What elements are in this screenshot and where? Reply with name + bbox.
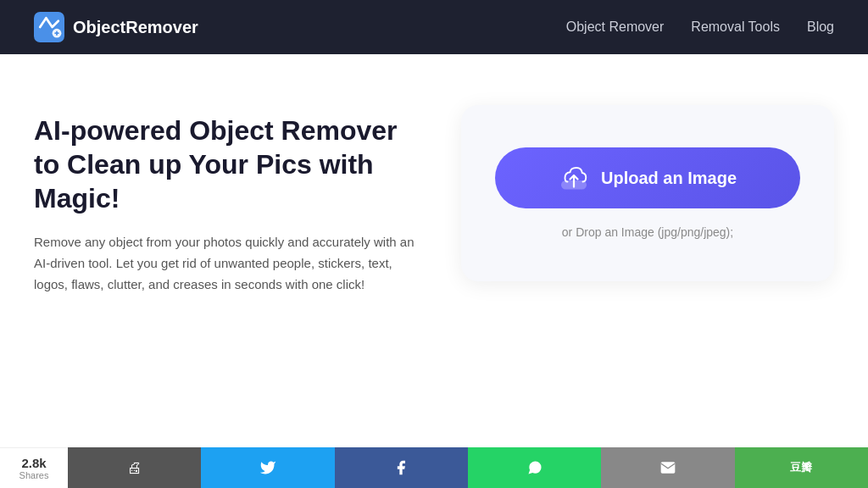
- upload-icon: [559, 163, 589, 193]
- twitter-icon: [259, 459, 276, 476]
- share-facebook-button[interactable]: [335, 447, 468, 488]
- email-icon: [659, 459, 676, 476]
- header: ObjectRemover Object Remover Removal Too…: [0, 0, 868, 54]
- hero-description: Remove any object from your photos quick…: [34, 232, 427, 295]
- hero-text: AI-powered Object Remover to Clean up Yo…: [34, 105, 427, 295]
- nav-blog[interactable]: Blog: [807, 19, 834, 35]
- douban-label: 豆瓣: [790, 460, 812, 475]
- logo[interactable]: ObjectRemover: [34, 12, 198, 42]
- share-twitter-button[interactable]: [201, 447, 334, 488]
- share-bar: 2.8k Shares 🖨 豆瓣: [0, 447, 868, 488]
- upload-card: Upload an Image or Drop an Image (jpg/pn…: [461, 105, 834, 281]
- share-print-button[interactable]: 🖨: [68, 447, 201, 488]
- drop-hint: or Drop an Image (jpg/png/jpeg);: [562, 225, 733, 239]
- share-count: 2.8k Shares: [0, 447, 68, 488]
- share-email-button[interactable]: [601, 447, 734, 488]
- svg-rect-0: [34, 12, 64, 42]
- share-douban-button[interactable]: 豆瓣: [735, 447, 868, 488]
- facebook-icon: [392, 459, 409, 476]
- whatsapp-icon: [526, 459, 543, 476]
- share-whatsapp-button[interactable]: [468, 447, 601, 488]
- upload-button[interactable]: Upload an Image: [495, 147, 800, 208]
- upload-button-label: Upload an Image: [601, 169, 737, 188]
- hero-headline: AI-powered Object Remover to Clean up Yo…: [34, 114, 427, 215]
- nav-object-remover[interactable]: Object Remover: [566, 19, 665, 35]
- share-count-label: Shares: [19, 470, 49, 480]
- main-content: AI-powered Object Remover to Clean up Yo…: [0, 54, 868, 329]
- nav-removal-tools[interactable]: Removal Tools: [691, 19, 780, 35]
- logo-icon: [34, 12, 64, 42]
- main-nav: Object Remover Removal Tools Blog: [566, 19, 834, 35]
- print-icon: 🖨: [127, 459, 142, 477]
- share-count-number: 2.8k: [21, 456, 46, 470]
- logo-text: ObjectRemover: [73, 18, 198, 37]
